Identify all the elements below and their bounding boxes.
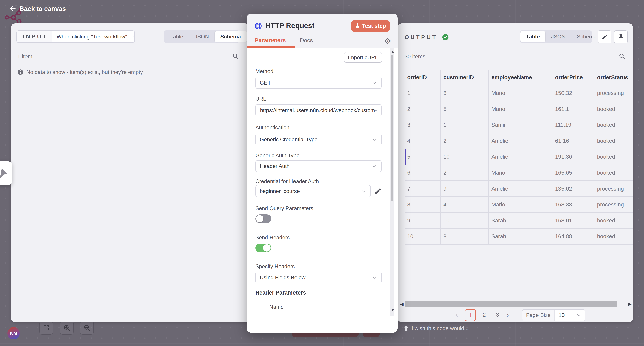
fit-screen-icon (43, 324, 50, 331)
page-button-1[interactable]: 1 (465, 309, 476, 321)
table-cell: 8 (441, 85, 489, 101)
prev-page-chevron[interactable]: ‹ (456, 309, 458, 320)
node-feedback-link[interactable]: I wish this node would... (403, 325, 468, 332)
globe-icon (254, 22, 262, 31)
table-row: 18Mario150.32processing (404, 85, 633, 101)
table-cell: 10 (404, 228, 441, 244)
output-pin-button[interactable] (614, 30, 628, 44)
table-cell: 8 (441, 228, 489, 244)
generic-auth-type-value: Header Auth (260, 163, 372, 169)
output-search-icon[interactable] (618, 53, 625, 60)
table-cell: 2 (404, 101, 441, 117)
table-cell: Amelie (489, 133, 552, 149)
table-cell: Mario (489, 197, 552, 213)
back-to-canvas-button[interactable]: Back to canvas (9, 5, 66, 12)
input-tab-json[interactable]: JSON (189, 31, 215, 42)
arrow-left-icon (9, 5, 16, 12)
toggle-knob (256, 215, 264, 222)
input-panel-label-box: INPUT (17, 31, 52, 42)
chevron-down-icon (372, 80, 377, 86)
table-cell: processing (594, 181, 633, 197)
output-edit-button[interactable] (598, 30, 612, 44)
user-avatar[interactable]: KM (8, 327, 20, 340)
table-cell: 2 (441, 133, 489, 149)
toggle-knob (263, 244, 270, 252)
test-step-label: Test step (362, 23, 386, 29)
scroll-right-icon[interactable]: ▶ (628, 302, 632, 306)
table-cell: 9 (404, 213, 441, 228)
column-header[interactable]: customerID (441, 70, 489, 85)
chevron-down-icon (576, 312, 585, 318)
table-cell: 10 (441, 213, 489, 228)
send-query-toggle[interactable] (256, 214, 271, 223)
output-tab-table[interactable]: Table (520, 31, 546, 42)
chevron-down-icon (372, 163, 377, 169)
horizontal-scrollbar[interactable] (404, 302, 617, 307)
table-cell: booked (594, 117, 633, 133)
page-size-select[interactable]: Page Size 10 (522, 309, 585, 321)
input-search-icon[interactable] (232, 53, 239, 60)
scroll-up-icon[interactable]: ▲ (391, 50, 394, 53)
active-tab-underline (246, 46, 295, 48)
success-check-icon (442, 34, 449, 41)
table-cell: 3 (404, 117, 441, 133)
next-page-chevron[interactable]: › (507, 309, 509, 320)
input-view-tabs: Table JSON Schema (164, 30, 240, 43)
cursor-tooltip-button[interactable] (0, 161, 12, 185)
authentication-select[interactable]: Generic Credential Type (256, 134, 382, 146)
scroll-down-icon[interactable]: ▼ (391, 308, 394, 312)
zoom-to-fit-button[interactable] (40, 321, 53, 334)
table-row: 84Mario163.38processing (404, 197, 633, 213)
table-cell: Amelie (489, 149, 552, 165)
input-items-count: 1 item (17, 53, 32, 60)
column-header[interactable]: employeeName (489, 70, 552, 85)
zoom-in-icon (63, 324, 70, 331)
url-input[interactable] (260, 107, 377, 114)
header-parameters-title: Header Parameters (256, 290, 306, 296)
input-tab-table[interactable]: Table (165, 31, 189, 42)
table-row: 108Sarah164.88booked (404, 228, 633, 244)
table-cell: 153.01 (552, 213, 594, 228)
tab-docs[interactable]: Docs (300, 37, 313, 44)
zoom-out-button[interactable] (80, 321, 94, 334)
node-settings-gear-icon[interactable]: ⚙ (384, 37, 391, 45)
test-step-button[interactable]: Test step (351, 20, 390, 32)
table-cell: 150.32 (552, 85, 594, 101)
credential-select[interactable]: beginner_course (256, 185, 371, 197)
back-to-canvas-label: Back to canvas (20, 5, 66, 12)
table-cell: 5 (404, 149, 441, 165)
input-tab-schema[interactable]: Schema (215, 31, 247, 42)
column-header[interactable]: orderPrice (552, 70, 594, 85)
node-title: HTTP Request (265, 22, 314, 30)
generic-auth-type-select[interactable]: Header Auth (256, 160, 382, 172)
tab-parameters[interactable]: Parameters (255, 37, 286, 44)
table-cell: processing (594, 85, 633, 101)
generic-auth-type-label: Generic Auth Type (256, 152, 300, 159)
page-button-3[interactable]: 3 (492, 309, 502, 321)
table-cell: booked (594, 149, 633, 165)
column-header[interactable]: orderID (404, 70, 441, 85)
table-cell: 165.65 (552, 165, 594, 181)
parameters-body: ▲ ▼ Import cURL Method GET URL Authentic… (246, 48, 398, 333)
zoom-in-button[interactable] (60, 321, 74, 334)
send-query-label: Send Query Parameters (256, 205, 313, 212)
column-header[interactable]: orderStatus (594, 70, 633, 85)
modal-scrollbar-thumb[interactable] (391, 55, 394, 202)
chevron-down-icon (131, 34, 135, 40)
send-headers-label: Send Headers (256, 234, 290, 241)
input-run-source-select[interactable]: INPUT When clicking "Test workflow" (16, 30, 135, 43)
method-select[interactable]: GET (256, 77, 382, 89)
credential-edit-button[interactable] (374, 188, 382, 196)
section-divider (256, 299, 382, 299)
send-headers-toggle[interactable] (256, 244, 271, 252)
scroll-left-icon[interactable]: ◀ (400, 302, 404, 306)
output-tab-json[interactable]: JSON (546, 31, 571, 42)
table-cell: Sarah (489, 228, 552, 244)
pencil-icon (601, 34, 608, 40)
specify-headers-select[interactable]: Using Fields Below (256, 272, 382, 284)
page-button-2[interactable]: 2 (479, 309, 489, 321)
output-panel-label: OUTPUT (404, 34, 438, 40)
table-cell: Mario (489, 85, 552, 101)
import-curl-button[interactable]: Import cURL (344, 52, 382, 62)
table-cell: 1 (441, 117, 489, 133)
